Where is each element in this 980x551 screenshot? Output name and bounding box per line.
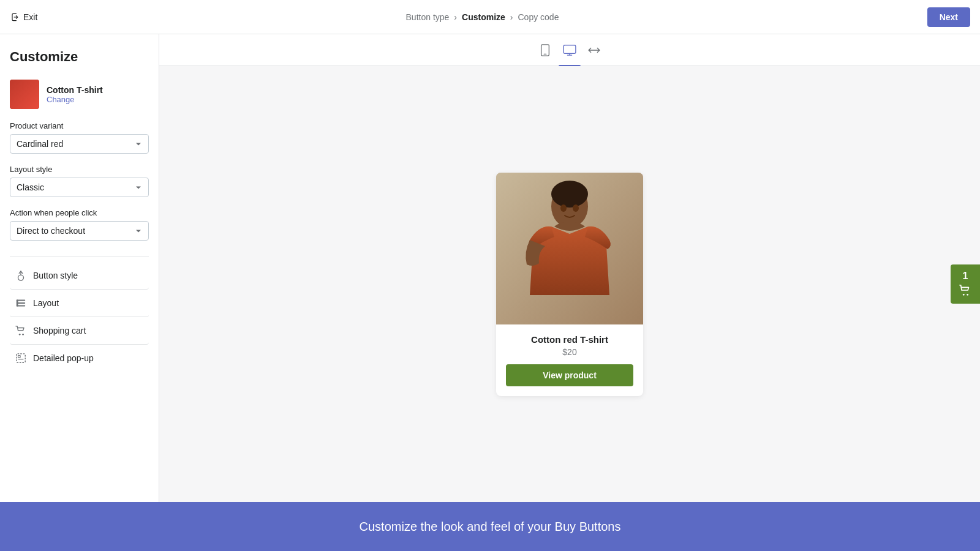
product-variant-label: Product variant [10, 121, 149, 130]
action-label: Action when people click [10, 208, 149, 217]
product-image-preview [496, 173, 643, 324]
svg-rect-8 [17, 354, 25, 362]
banner-text: Customize the look and feel of your Buy … [360, 520, 621, 534]
svg-point-18 [551, 181, 588, 208]
mobile-icon [540, 44, 551, 56]
exit-label: Exit [23, 12, 37, 22]
responsive-icon [587, 45, 601, 55]
product-card-body: Cotton red T-shirt $20 View product [496, 324, 643, 396]
button-style-label: Button style [33, 271, 78, 280]
preview-toolbar [159, 34, 980, 66]
sidebar: Customize Cotton T-shirt Change Product … [0, 34, 159, 502]
product-info: Cotton T-shirt Change [47, 85, 103, 104]
svg-rect-13 [564, 45, 576, 53]
cart-count: 1 [963, 271, 968, 281]
sidebar-divider-1 [10, 257, 149, 257]
next-button[interactable]: Next [927, 7, 970, 27]
product-variant-group: Product variant Cardinal red Blue Black … [10, 121, 149, 154]
button-style-icon [15, 269, 27, 282]
view-product-button[interactable]: View product [506, 364, 633, 386]
breadcrumb-sep-1: › [454, 12, 457, 22]
svg-rect-10 [18, 359, 24, 359]
topbar: Exit Button type › Customize › Copy code… [0, 0, 980, 34]
cart-badge[interactable]: 1 [951, 264, 980, 304]
svg-point-20 [573, 204, 579, 212]
svg-rect-5 [17, 300, 18, 307]
svg-point-0 [18, 275, 24, 280]
desktop-icon [563, 45, 576, 56]
product-name: Cotton T-shirt [47, 85, 103, 95]
bottom-banner: Customize the look and feel of your Buy … [0, 502, 980, 551]
preview-canvas: Cotton red T-shirt $20 View product 1 [159, 66, 980, 502]
breadcrumb-sep-2: › [510, 12, 513, 22]
main-layout: Customize Cotton T-shirt Change Product … [0, 34, 980, 502]
svg-point-7 [22, 334, 24, 335]
layout-style-group: Layout style Classic Modern Minimal [10, 165, 149, 197]
breadcrumb-copy-code[interactable]: Copy code [518, 12, 559, 22]
layout-style-select[interactable]: Classic Modern Minimal [10, 178, 149, 197]
breadcrumb: Button type › Customize › Copy code [406, 12, 559, 22]
action-select[interactable]: Direct to checkout Add to cart Open prod… [10, 221, 149, 241]
product-card-preview: Cotton red T-shirt $20 View product [496, 173, 643, 396]
svg-point-22 [967, 294, 968, 296]
breadcrumb-button-type[interactable]: Button type [406, 12, 450, 22]
breadcrumb-customize: Customize [462, 12, 505, 22]
action-group: Action when people click Direct to check… [10, 208, 149, 241]
product-thumbnail [10, 80, 39, 109]
svg-point-6 [19, 334, 21, 335]
exit-button[interactable]: Exit [10, 12, 37, 22]
topbar-left: Exit [10, 12, 37, 22]
shopping-cart-icon [15, 324, 27, 337]
layout-icon [15, 297, 27, 309]
cart-icon [959, 283, 972, 297]
layout-style-label: Layout style [10, 165, 149, 174]
product-card: Cotton T-shirt Change [10, 80, 149, 109]
shopping-cart-label: Shopping cart [33, 326, 86, 335]
responsive-view-button[interactable] [583, 39, 605, 61]
desktop-view-button[interactable] [559, 39, 581, 61]
preview-product-name: Cotton red T-shirt [506, 334, 633, 345]
preview-product-price: $20 [506, 347, 633, 357]
detailed-popup-label: Detailed pop-up [33, 353, 94, 363]
sidebar-item-button-style[interactable]: Button style [10, 262, 149, 290]
product-change-link[interactable]: Change [47, 95, 103, 104]
mobile-view-button[interactable] [534, 39, 556, 61]
svg-rect-9 [18, 356, 21, 358]
svg-point-21 [963, 294, 965, 296]
sidebar-item-layout[interactable]: Layout [10, 290, 149, 317]
sidebar-item-shopping-cart[interactable]: Shopping cart [10, 317, 149, 345]
detailed-popup-icon [15, 352, 27, 364]
product-thumb-image [10, 80, 39, 109]
preview-area: Cotton red T-shirt $20 View product 1 [159, 34, 980, 502]
product-photo-svg [496, 173, 643, 324]
layout-label: Layout [33, 298, 59, 308]
exit-icon [10, 12, 20, 22]
product-variant-select[interactable]: Cardinal red Blue Black White [10, 134, 149, 154]
sidebar-item-detailed-popup[interactable]: Detailed pop-up [10, 345, 149, 372]
svg-point-19 [560, 204, 567, 212]
sidebar-title: Customize [10, 49, 149, 65]
